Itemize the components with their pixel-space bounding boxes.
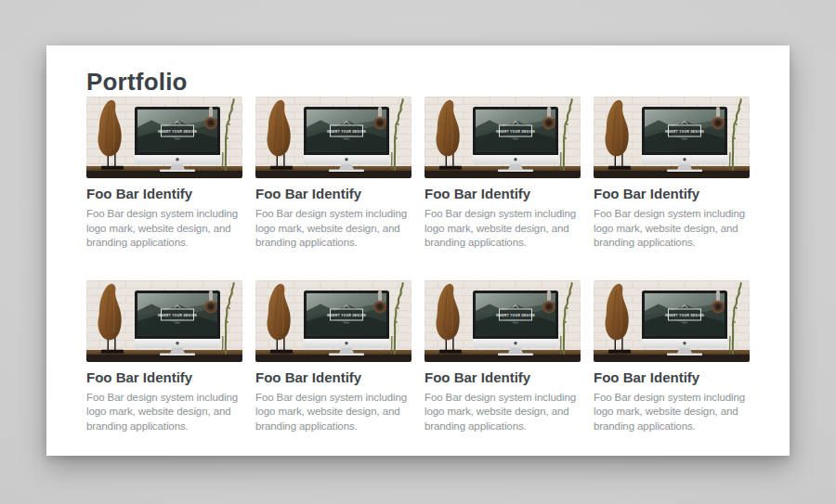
imac-stand (170, 164, 185, 170)
screen-label: INSERT YOUR DESIGN (665, 130, 704, 134)
imac: INSERT YOUR DESIGN (473, 107, 558, 174)
imac-desk-mockup-image: INSERT YOUR DESIGN (255, 97, 411, 178)
screen-subcaption (344, 139, 349, 140)
imac-desk-mockup-image: INSERT YOUR DESIGN (594, 280, 750, 362)
portfolio-thumbnail[interactable]: INSERT YOUR DESIGN (86, 97, 242, 178)
apple-logo-icon (345, 342, 347, 344)
portfolio-item-description: Foo Bar design system including logo mar… (86, 207, 242, 251)
screen-label: INSERT YOUR DESIGN (665, 313, 704, 317)
imac-stand (508, 348, 523, 354)
portfolio-item-description: Foo Bar design system including logo mar… (594, 391, 750, 434)
apple-logo-icon (514, 158, 516, 161)
portfolio-item[interactable]: INSERT YOUR DESIGN (255, 280, 411, 434)
portfolio-item-title[interactable]: Foo Bar Identify (425, 369, 581, 386)
imac: INSERT YOUR DESIGN (642, 107, 727, 174)
portfolio-item-title[interactable]: Foo Bar Identify (255, 369, 411, 386)
portfolio-item-description: Foo Bar design system including logo mar… (255, 207, 411, 251)
imac-desk-mockup-image: INSERT YOUR DESIGN (594, 97, 750, 178)
apple-logo-icon (514, 342, 516, 344)
portfolio-item-description: Foo Bar design system including logo mar… (425, 391, 581, 434)
portfolio-thumbnail[interactable]: INSERT YOUR DESIGN (255, 280, 411, 362)
imac-desk-mockup-image: INSERT YOUR DESIGN (425, 97, 581, 178)
screen-label: INSERT YOUR DESIGN (327, 130, 366, 134)
apple-logo-icon (176, 342, 178, 344)
portfolio-thumbnail[interactable]: INSERT YOUR DESIGN (594, 280, 750, 362)
portfolio-item-description: Foo Bar design system including logo mar… (86, 391, 242, 434)
imac-stand-base (329, 169, 364, 172)
screen-label: INSERT YOUR DESIGN (158, 130, 197, 134)
page-title: Portfolio (86, 68, 750, 96)
imac: INSERT YOUR DESIGN (135, 291, 220, 357)
portfolio-thumbnail[interactable]: INSERT YOUR DESIGN (255, 97, 411, 178)
screen-subcaption (513, 322, 518, 323)
imac-desk-mockup-image: INSERT YOUR DESIGN (425, 280, 581, 362)
apple-logo-icon (176, 158, 178, 161)
portfolio-item[interactable]: INSERT YOUR DESIGN (425, 97, 581, 251)
screen-subcaption (175, 322, 180, 323)
screen-subcaption (344, 322, 349, 323)
imac-stand-base (498, 353, 533, 355)
screen-subcaption (513, 139, 518, 140)
screen-label: INSERT YOUR DESIGN (327, 313, 366, 317)
screen-label: INSERT YOUR DESIGN (496, 130, 535, 134)
imac-stand-base (667, 353, 702, 355)
apple-logo-icon (683, 342, 686, 344)
apple-logo-icon (683, 158, 686, 161)
portfolio-thumbnail[interactable]: INSERT YOUR DESIGN (425, 97, 581, 178)
imac-desk-mockup-image: INSERT YOUR DESIGN (86, 97, 242, 178)
imac-desk-mockup-image: INSERT YOUR DESIGN (255, 280, 411, 362)
imac-stand-base (498, 169, 533, 172)
portfolio-grid: INSERT YOUR DESIGN (86, 97, 750, 433)
imac: INSERT YOUR DESIGN (473, 291, 558, 357)
imac-stand (170, 348, 185, 354)
portfolio-item[interactable]: INSERT YOUR DESIGN (594, 280, 750, 434)
portfolio-item[interactable]: INSERT YOUR DESIGN (86, 97, 242, 251)
imac-stand (339, 164, 354, 170)
portfolio-thumbnail[interactable]: INSERT YOUR DESIGN (86, 280, 242, 362)
imac: INSERT YOUR DESIGN (304, 107, 389, 174)
portfolio-item-title[interactable]: Foo Bar Identify (594, 369, 750, 386)
portfolio-thumbnail[interactable]: INSERT YOUR DESIGN (594, 97, 750, 178)
portfolio-item[interactable]: INSERT YOUR DESIGN (425, 280, 581, 434)
screen-subcaption (175, 139, 180, 140)
imac-desk-mockup-image: INSERT YOUR DESIGN (86, 280, 242, 362)
portfolio-item-title[interactable]: Foo Bar Identify (86, 369, 242, 386)
imac-stand (677, 164, 692, 170)
portfolio-item-description: Foo Bar design system including logo mar… (594, 207, 750, 251)
portfolio-item-title[interactable]: Foo Bar Identify (594, 186, 750, 202)
screen-subcaption (682, 322, 687, 323)
portfolio-item[interactable]: INSERT YOUR DESIGN (594, 97, 750, 251)
portfolio-thumbnail[interactable]: INSERT YOUR DESIGN (425, 280, 581, 362)
imac-stand-base (160, 169, 195, 172)
portfolio-item-description: Foo Bar design system including logo mar… (255, 391, 411, 434)
portfolio-item-title[interactable]: Foo Bar Identify (86, 186, 242, 202)
imac: INSERT YOUR DESIGN (304, 291, 389, 357)
portfolio-item[interactable]: INSERT YOUR DESIGN (255, 97, 411, 251)
imac-stand-base (667, 169, 702, 172)
portfolio-item-description: Foo Bar design system including logo mar… (425, 207, 581, 251)
portfolio-item-title[interactable]: Foo Bar Identify (425, 186, 581, 202)
imac: INSERT YOUR DESIGN (135, 107, 220, 174)
screen-label: INSERT YOUR DESIGN (158, 313, 197, 317)
screen-label: INSERT YOUR DESIGN (496, 313, 535, 317)
imac-stand (677, 348, 692, 354)
portfolio-item-title[interactable]: Foo Bar Identify (255, 186, 411, 202)
page-background: { "header": { "title": "Portfolio" }, "m… (0, 0, 836, 504)
imac-stand-base (329, 353, 364, 355)
imac: INSERT YOUR DESIGN (642, 291, 727, 357)
content-card: Portfolio (46, 45, 790, 456)
portfolio-item[interactable]: INSERT YOUR DESIGN (86, 280, 242, 434)
imac-stand (508, 164, 523, 170)
screen-subcaption (682, 139, 687, 140)
apple-logo-icon (345, 158, 347, 161)
imac-stand-base (160, 353, 195, 355)
imac-stand (339, 348, 354, 354)
